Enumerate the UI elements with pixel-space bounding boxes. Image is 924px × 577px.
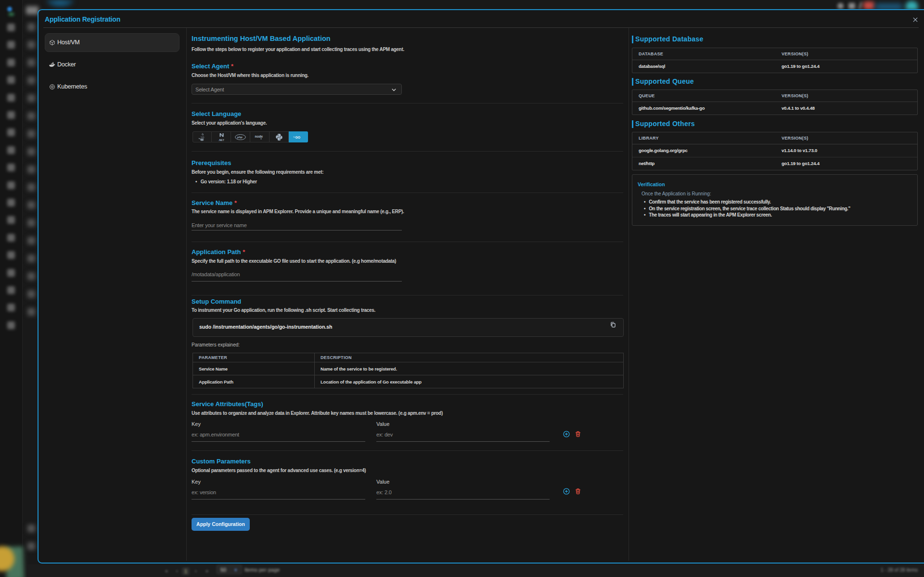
svg-text:node: node: [255, 135, 263, 138]
svg-text:.NET: .NET: [218, 138, 225, 141]
svg-text:php: php: [237, 136, 243, 139]
svg-text:GO: GO: [295, 135, 301, 139]
